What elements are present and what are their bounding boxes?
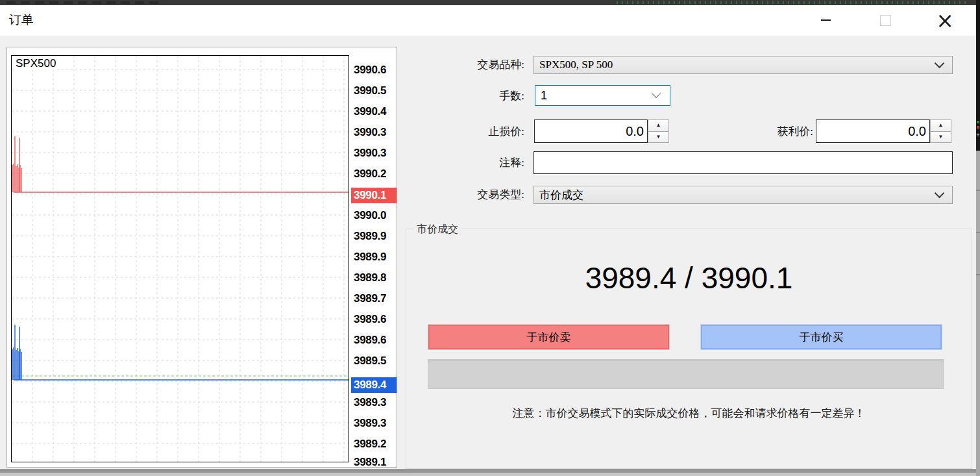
background-tick-green (977, 121, 979, 123)
price-tick: 3989.8 (351, 270, 397, 286)
stop-loss-down-button[interactable]: ▼ (648, 131, 669, 144)
price-tick: 3989.3 (351, 395, 397, 410)
price-tick: 3989.6 (351, 332, 397, 348)
order-type-select-value: 市价成交 (539, 188, 583, 203)
price-tick: 3990.3 (351, 145, 397, 161)
price-tick: 3989.2 (351, 436, 397, 452)
background-scrollbar-divider (976, 190, 980, 191)
ask-price-tick: 3990.1 (351, 188, 397, 203)
price-tick: 3990.3 (351, 125, 397, 140)
stop-loss-label: 止损价: (427, 122, 524, 142)
take-profit-up-button[interactable]: ▲ (930, 119, 951, 131)
background-window-edge: + (976, 0, 980, 476)
price-tick: 3989.9 (351, 249, 397, 265)
background-window-strip (0, 0, 980, 5)
stop-loss-spinner: ▲ ▼ (648, 119, 669, 143)
stop-loss-field (534, 119, 648, 143)
price-tick: 3989.3 (351, 416, 397, 431)
price-tick: 3989.9 (351, 229, 397, 244)
take-profit-label: 获利价: (716, 122, 813, 142)
price-tick: 3989.7 (351, 291, 397, 307)
stop-loss-up-button[interactable]: ▲ (648, 119, 669, 131)
dialog-title: 订单 (9, 5, 34, 36)
buy-at-market-button[interactable]: 于市价买 (700, 324, 942, 350)
chart-symbol-label: SPX500 (14, 57, 57, 70)
price-tick: 3990.4 (351, 104, 397, 119)
order-dialog: 订单 × (0, 5, 976, 469)
tick-chart-plot: SPX500 (11, 55, 349, 462)
close-button[interactable]: × (930, 8, 960, 32)
minimize-button[interactable] (811, 8, 840, 32)
disabled-confirm-bar (428, 359, 944, 389)
order-type-label: 交易类型: (427, 186, 524, 204)
groupbox-legend: 市价成交 (413, 223, 461, 236)
volume-combobox[interactable] (535, 85, 670, 106)
take-profit-field (816, 119, 930, 143)
background-plus-icon: + (976, 132, 980, 138)
price-tick: 3989.6 (351, 312, 397, 327)
chevron-down-icon (652, 89, 661, 98)
volume-label: 手数: (427, 86, 524, 106)
price-tick: 3990.2 (351, 166, 397, 182)
chevron-down-icon (935, 58, 945, 69)
maximize-button[interactable] (870, 8, 900, 32)
volume-input[interactable] (535, 86, 651, 105)
price-tick: 3990.6 (351, 62, 397, 78)
price-tick: 3989.5 (351, 353, 397, 369)
maximize-icon (880, 15, 891, 26)
tick-chart-canvas (12, 56, 349, 462)
background-scrollbar-divider (976, 274, 980, 275)
comment-field (533, 151, 953, 174)
screen: + 订单 × (0, 0, 980, 476)
bid-ask-quote: 3989.4 / 3990.1 (406, 260, 972, 295)
dialog-titlebar: 订单 × (0, 5, 976, 36)
symbol-label: 交易品种: (427, 56, 524, 74)
take-profit-down-button[interactable]: ▼ (930, 131, 951, 144)
background-tick-red (977, 126, 979, 129)
symbol-select-value: SPX500, SP 500 (539, 58, 613, 71)
background-taskbar-strip (0, 469, 980, 476)
chevron-down-icon (935, 188, 945, 199)
comment-label: 注释: (427, 153, 524, 173)
price-tick: 3990.0 (351, 208, 397, 223)
price-tick: 3989.1 (351, 455, 397, 468)
price-tick: 3990.5 (351, 83, 397, 99)
sell-at-market-button[interactable]: 于市价卖 (428, 324, 670, 350)
minimize-icon (821, 19, 831, 21)
comment-input[interactable] (534, 152, 952, 173)
take-profit-input[interactable] (816, 120, 929, 142)
close-icon: × (936, 10, 954, 31)
order-type-select[interactable]: 市价成交 (533, 186, 953, 204)
tick-chart: SPX500 3990.6 3990.5 3990.4 3990.3 3990.… (6, 47, 397, 468)
market-execution-groupbox: 市价成交 3989.4 / 3990.1 于市价卖 于市价买 注意：市价交易模式… (406, 229, 972, 469)
stop-loss-input[interactable] (535, 120, 647, 142)
market-warning-note: 注意：市价交易模式下的实际成交价格，可能会和请求价格有一定差异！ (406, 406, 972, 421)
bid-price-tick: 3989.4 (351, 377, 397, 393)
background-scrollbar-divider (976, 232, 980, 233)
take-profit-spinner: ▲ ▼ (930, 119, 951, 143)
symbol-select[interactable]: SPX500, SP 500 (533, 56, 953, 74)
